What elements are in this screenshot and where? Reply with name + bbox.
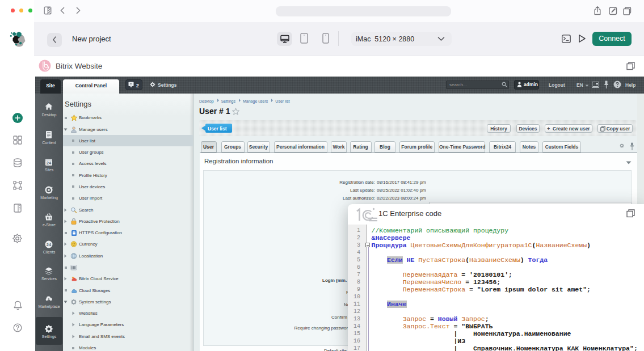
svg-text:24: 24	[47, 242, 52, 247]
svg-text:24: 24	[47, 160, 52, 166]
